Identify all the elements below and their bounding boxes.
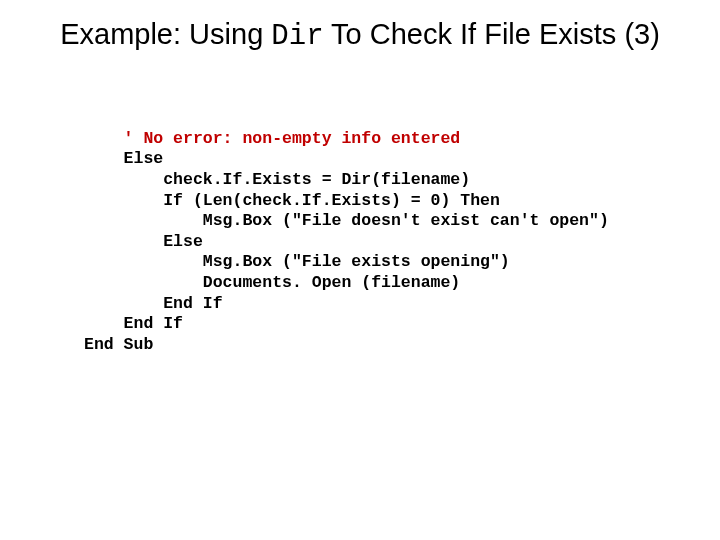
slide: Example: Using Dir To Check If File Exis… <box>0 0 720 540</box>
title-suffix: To Check If File Exists (3) <box>324 18 660 50</box>
title-mono: Dir <box>271 20 323 53</box>
code-line-10: End If <box>84 314 183 333</box>
code-line-9: End If <box>84 294 223 313</box>
code-line-8: Documents. Open (filename) <box>84 273 460 292</box>
code-line-6: Else <box>84 232 203 251</box>
code-line-4: If (Len(check.If.Exists) = 0) Then <box>84 191 500 210</box>
code-block: ' No error: non-empty info entered Else … <box>84 108 609 356</box>
code-line-11: End Sub <box>84 335 153 354</box>
code-line-2: Else <box>84 149 163 168</box>
title-prefix: Example: Using <box>60 18 271 50</box>
code-line-1: ' No error: non-empty info entered <box>84 129 460 148</box>
code-line-5: Msg.Box ("File doesn't exist can't open"… <box>84 211 609 230</box>
code-line-3: check.If.Exists = Dir(filename) <box>84 170 470 189</box>
code-line-7: Msg.Box ("File exists opening") <box>84 252 510 271</box>
slide-title: Example: Using Dir To Check If File Exis… <box>0 18 720 53</box>
